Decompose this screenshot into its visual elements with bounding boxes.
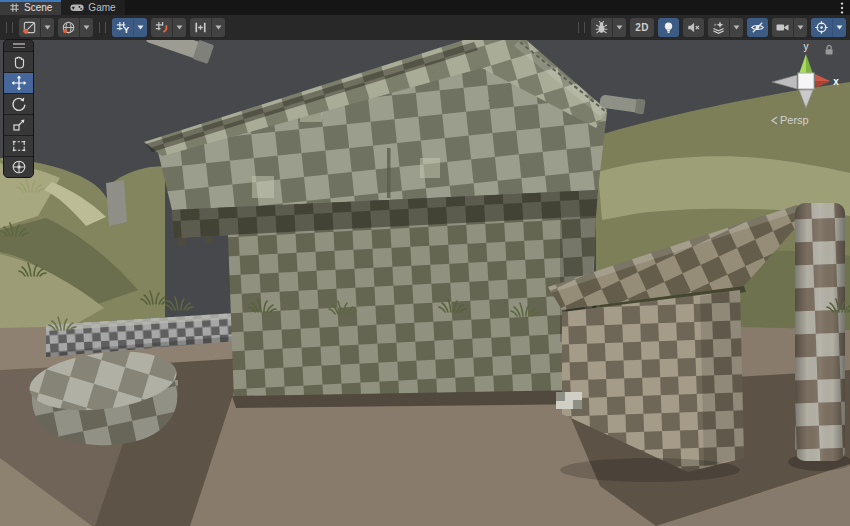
y-axis-cone[interactable] bbox=[799, 54, 806, 74]
increment-snap-icon bbox=[193, 20, 208, 35]
column[interactable] bbox=[788, 203, 850, 471]
scene-controls-group: 2D bbox=[576, 18, 846, 37]
draw-mode-icon bbox=[22, 20, 37, 35]
eye-hidden-icon bbox=[750, 20, 765, 35]
dropdown-caret[interactable] bbox=[729, 18, 743, 37]
rotate-icon bbox=[11, 96, 27, 112]
speaker-muted-icon bbox=[686, 20, 701, 35]
tools-overlay bbox=[3, 39, 34, 178]
chevron-left-icon bbox=[770, 116, 778, 125]
x-axis-label: x bbox=[833, 76, 839, 87]
chevron-down-icon bbox=[44, 25, 51, 30]
window-menu-button[interactable] bbox=[834, 0, 850, 15]
audio-toggle-button[interactable] bbox=[683, 18, 704, 37]
debug-mode-button[interactable] bbox=[591, 18, 626, 37]
increment-snap-button[interactable] bbox=[190, 18, 225, 37]
draw-mode-button[interactable] bbox=[19, 18, 54, 37]
grid-snapping-button[interactable] bbox=[151, 18, 186, 37]
effects-icon bbox=[711, 20, 726, 35]
tab-scene[interactable]: Scene bbox=[0, 0, 61, 15]
scene-visibility-button[interactable] bbox=[747, 18, 768, 37]
dropdown-caret[interactable] bbox=[172, 18, 186, 37]
tab-scene-label: Scene bbox=[24, 0, 52, 15]
tab-bar: Scene Game bbox=[0, 0, 850, 15]
chevron-down-icon bbox=[83, 25, 90, 30]
dropdown-caret[interactable] bbox=[211, 18, 225, 37]
snap-grid-icon bbox=[154, 20, 169, 35]
hand-icon bbox=[11, 54, 27, 70]
tools-overlay-handle[interactable] bbox=[4, 40, 33, 52]
dropdown-caret[interactable] bbox=[79, 18, 93, 37]
tab-bar-spacer bbox=[125, 0, 834, 15]
lightbulb-icon bbox=[661, 20, 676, 35]
overlay-drag-handle[interactable] bbox=[578, 22, 585, 33]
scene-lighting-button[interactable] bbox=[658, 18, 679, 37]
2d-view-label: 2D bbox=[630, 22, 654, 33]
move-icon bbox=[11, 75, 27, 91]
neg-y-axis-cone[interactable] bbox=[799, 90, 813, 108]
small-box[interactable] bbox=[556, 392, 582, 409]
gizmo-center-cube[interactable] bbox=[798, 73, 814, 89]
tab-game[interactable]: Game bbox=[61, 0, 124, 15]
gizmos-button[interactable] bbox=[811, 18, 846, 37]
chevron-down-icon bbox=[797, 25, 804, 30]
kebab-menu-icon bbox=[840, 2, 844, 14]
chevron-down-icon bbox=[616, 25, 623, 30]
overlay-drag-handle[interactable] bbox=[6, 22, 13, 33]
camera-icon bbox=[775, 20, 790, 35]
scale-tool-button[interactable] bbox=[4, 115, 33, 136]
neg-x-axis-cone[interactable] bbox=[772, 75, 797, 89]
scene-viewport[interactable]: y x Persp bbox=[0, 40, 850, 526]
rotate-tool-button[interactable] bbox=[4, 94, 33, 115]
chevron-down-icon bbox=[215, 25, 222, 30]
rect-tool-icon bbox=[11, 138, 27, 154]
dropdown-caret[interactable] bbox=[793, 18, 807, 37]
orientation-gizmo: y x Persp bbox=[752, 40, 844, 134]
overlay-drag-handle[interactable] bbox=[99, 22, 106, 33]
camera-settings-button[interactable] bbox=[772, 18, 807, 37]
gamepad-icon bbox=[70, 2, 84, 13]
chevron-down-icon bbox=[836, 25, 843, 30]
unity-scene-view-window: Scene Game bbox=[0, 0, 850, 526]
scene-view-effects-button[interactable] bbox=[58, 18, 93, 37]
projection-label: Persp bbox=[780, 114, 809, 126]
scene-view-toolbar: Y bbox=[0, 15, 850, 41]
y-axis-label: y bbox=[804, 41, 809, 52]
hills-left[interactable] bbox=[0, 158, 165, 340]
grid-visibility-button[interactable]: Y bbox=[112, 18, 147, 37]
effects-button[interactable] bbox=[708, 18, 743, 37]
wall-pipe bbox=[387, 148, 391, 198]
chevron-down-icon bbox=[137, 25, 144, 30]
projection-toggle[interactable]: Persp bbox=[770, 114, 809, 126]
dropdown-caret[interactable] bbox=[832, 18, 846, 37]
svg-text:Y: Y bbox=[123, 25, 129, 35]
gizmos-icon bbox=[814, 20, 829, 35]
dropdown-caret[interactable] bbox=[133, 18, 147, 37]
transform-icon bbox=[11, 159, 27, 175]
chevron-down-icon bbox=[733, 25, 740, 30]
grid-icon bbox=[9, 2, 20, 13]
scene-canvas[interactable] bbox=[0, 40, 850, 526]
view-tool-button[interactable] bbox=[4, 52, 33, 73]
transform-tool-button[interactable] bbox=[4, 157, 33, 177]
move-tool-button[interactable] bbox=[4, 73, 33, 94]
globe-icon bbox=[61, 20, 76, 35]
dropdown-caret[interactable] bbox=[40, 18, 54, 37]
rect-tool-button[interactable] bbox=[4, 136, 33, 157]
bug-icon bbox=[594, 20, 609, 35]
tab-game-label: Game bbox=[88, 0, 115, 15]
chevron-down-icon bbox=[176, 25, 183, 30]
scale-icon bbox=[11, 117, 27, 133]
lock-icon[interactable] bbox=[824, 44, 835, 56]
dropdown-caret[interactable] bbox=[612, 18, 626, 37]
2d-view-button[interactable]: 2D bbox=[630, 18, 654, 37]
grid-y-icon: Y bbox=[115, 20, 130, 35]
